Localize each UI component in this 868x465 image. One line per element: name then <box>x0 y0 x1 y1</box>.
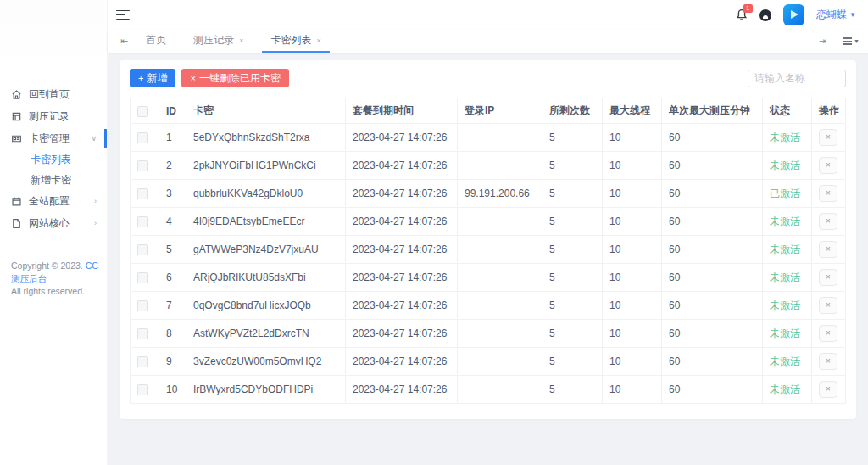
sidebar-subitem-label: 卡密列表 <box>31 153 71 167</box>
row-checkbox[interactable] <box>137 132 148 143</box>
table-row: 9 3vZevc0zUW00m5OmvHQ2 2023-04-27 14:07:… <box>131 348 846 376</box>
tabbar-right-controls: ⇥ ▼ <box>815 30 860 53</box>
row-delete-button[interactable]: × <box>819 269 837 286</box>
row-checkbox[interactable] <box>137 244 148 255</box>
avatar[interactable] <box>783 4 804 25</box>
sidebar-item-card-management[interactable]: 卡密管理 ∨ <box>0 127 107 149</box>
table-row: 10 IrBWyxrd5CDYbODFHDPi 2023-04-27 14:07… <box>131 376 846 404</box>
cell-max-threads: 10 <box>603 236 662 264</box>
table-row: 8 AstWKyPVZt2L2dDxrcTN 2023-04-27 14:07:… <box>131 320 846 348</box>
cell-expire-time: 2023-04-27 14:07:26 <box>346 320 458 348</box>
tabs-options-menu[interactable]: ▼ <box>843 37 860 45</box>
row-checkbox[interactable] <box>137 160 148 171</box>
row-delete-button[interactable]: × <box>819 185 837 202</box>
home-icon <box>11 89 22 100</box>
row-checkbox[interactable] <box>137 188 148 199</box>
table-toolbar: + 新增 × 一键删除已用卡密 <box>130 69 846 87</box>
username-text: 恋蝴蝶 <box>816 8 847 22</box>
cell-expire-time: 2023-04-27 14:07:26 <box>346 348 458 376</box>
table-row: 5 gATWWeP3Nz4DzV7jxuAU 2023-04-27 14:07:… <box>131 236 846 264</box>
user-menu[interactable]: 恋蝴蝶 ▼ <box>816 8 856 22</box>
sidebar-item-site-core[interactable]: 网站核心 › <box>0 212 107 234</box>
cell-expire-time: 2023-04-27 14:07:26 <box>346 292 458 320</box>
tabs-scroll-right-icon[interactable]: ⇥ <box>815 36 831 47</box>
add-button[interactable]: + 新增 <box>130 69 175 87</box>
cell-status: 未激活 <box>763 320 812 348</box>
content-area: + 新增 × 一键删除已用卡密 ID 卡密 <box>108 53 868 465</box>
cell-expire-time: 2023-04-27 14:07:26 <box>346 376 458 404</box>
document-icon <box>11 218 22 229</box>
top-header: 1 恋蝴蝶 ▼ <box>108 0 868 30</box>
row-checkbox[interactable] <box>137 384 148 395</box>
sidebar-item-label: 全站配置 <box>29 194 70 209</box>
cell-remaining: 5 <box>542 180 603 208</box>
row-delete-button[interactable]: × <box>819 129 837 146</box>
cell-login-ip <box>458 152 542 180</box>
search-input[interactable] <box>748 70 846 87</box>
sidebar-item-records[interactable]: 测压记录 <box>0 105 107 127</box>
tab-home[interactable]: 首页 <box>137 30 175 53</box>
column-header-ip: 登录IP <box>458 98 542 124</box>
row-delete-button[interactable]: × <box>819 157 837 174</box>
list-icon <box>843 37 852 45</box>
cell-max-minutes: 60 <box>662 292 763 320</box>
tabs-scroll-left-icon[interactable]: ⇤ <box>116 30 132 53</box>
row-checkbox[interactable] <box>137 328 148 339</box>
row-checkbox[interactable] <box>137 216 148 227</box>
cell-card-key: ARjQJbRIKUtU85dsXFbi <box>186 264 346 292</box>
cell-expire-time: 2023-04-27 14:07:26 <box>346 152 458 180</box>
row-delete-button[interactable]: × <box>819 297 837 314</box>
table-row: 1 5eDYxQbhnSkzdShT2rxa 2023-04-27 14:07:… <box>131 124 846 152</box>
tab-card-list[interactable]: 卡密列表 × <box>262 30 329 53</box>
cell-remaining: 5 <box>542 292 603 320</box>
cell-login-ip <box>458 376 542 404</box>
row-checkbox[interactable] <box>137 300 148 311</box>
row-delete-button[interactable]: × <box>819 353 837 370</box>
rights-text: All rights reserved. <box>11 286 85 296</box>
sidebar-item-label: 网站核心 <box>29 216 70 231</box>
cell-max-minutes: 60 <box>662 264 763 292</box>
cell-max-threads: 10 <box>603 320 662 348</box>
column-header-threads: 最大线程 <box>603 98 662 124</box>
github-icon[interactable] <box>760 9 771 21</box>
cell-status: 未激活 <box>763 208 812 236</box>
tab-records[interactable]: 测压记录 × <box>185 30 252 53</box>
select-all-checkbox[interactable] <box>137 106 148 117</box>
card-key-table: ID 卡密 套餐到期时间 登录IP 所剩次数 最大线程 单次最大测压分钟 状态 … <box>130 98 846 404</box>
row-delete-button[interactable]: × <box>819 381 837 398</box>
row-checkbox[interactable] <box>137 272 148 283</box>
column-header-remain: 所剩次数 <box>542 98 603 124</box>
sidebar-menu: 回到首页 测压记录 卡密管理 ∨ 卡密列表 新增卡密 <box>0 81 107 234</box>
copyright: Copyright © 2023. CC测压后台 All rights rese… <box>11 260 107 298</box>
cell-status: 未激活 <box>763 152 812 180</box>
sidebar-item-site-config[interactable]: 全站配置 › <box>0 190 107 212</box>
sidebar-item-label: 测压记录 <box>29 109 70 124</box>
cell-remaining: 5 <box>542 152 603 180</box>
row-delete-button[interactable]: × <box>819 213 837 230</box>
hamburger-menu-icon[interactable] <box>116 10 130 20</box>
sidebar-item-home[interactable]: 回到首页 <box>0 83 107 105</box>
row-delete-button[interactable]: × <box>819 325 837 342</box>
notifications-button[interactable]: 1 <box>736 8 748 21</box>
column-header-expire: 套餐到期时间 <box>346 98 458 124</box>
cell-login-ip <box>458 124 542 152</box>
cell-expire-time: 2023-04-27 14:07:26 <box>346 124 458 152</box>
tab-bar: ⇤ 首页 测压记录 × 卡密列表 × ⇥ ▼ <box>108 30 868 53</box>
close-icon[interactable]: × <box>239 36 243 45</box>
sidebar-subitem-card-add[interactable]: 新增卡密 <box>0 170 107 190</box>
column-header-id: ID <box>159 98 186 124</box>
cell-id: 7 <box>159 292 186 320</box>
cell-max-threads: 10 <box>603 348 662 376</box>
add-button-label: 新增 <box>147 71 167 86</box>
row-checkbox[interactable] <box>137 356 148 367</box>
sidebar-subitem-label: 新增卡密 <box>31 173 71 188</box>
cell-id: 8 <box>159 320 186 348</box>
close-icon[interactable]: × <box>316 36 320 45</box>
sidebar-subitem-card-list[interactable]: 卡密列表 <box>0 149 107 170</box>
column-header-key: 卡密 <box>186 98 346 124</box>
row-delete-button[interactable]: × <box>819 241 837 258</box>
card-list-panel: + 新增 × 一键删除已用卡密 ID 卡密 <box>120 60 856 419</box>
delete-used-button[interactable]: × 一键删除已用卡密 <box>181 69 288 87</box>
cell-card-key: qubbrluKKVa42gDkloU0 <box>186 180 346 208</box>
table-body: 1 5eDYxQbhnSkzdShT2rxa 2023-04-27 14:07:… <box>131 124 846 404</box>
